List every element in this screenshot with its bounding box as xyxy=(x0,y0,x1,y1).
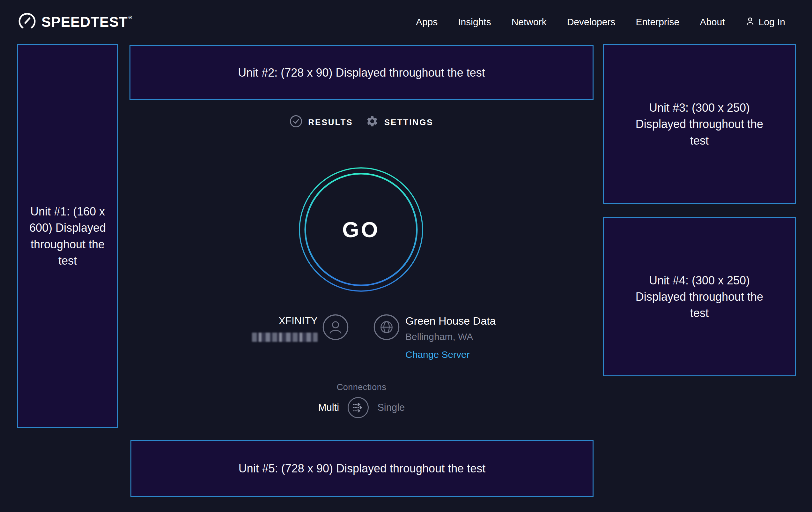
nav-developers[interactable]: Developers xyxy=(567,17,615,27)
nav-network[interactable]: Network xyxy=(512,17,547,27)
tab-results[interactable]: RESULTS xyxy=(290,115,353,130)
ad-unit-label: Unit #3: (300 x 250) Displayed throughou… xyxy=(626,100,773,149)
tab-settings-label: SETTINGS xyxy=(384,117,433,127)
ad-unit-label: Unit #4: (300 x 250) Displayed throughou… xyxy=(626,272,773,321)
nav-about[interactable]: About xyxy=(700,17,725,27)
go-button[interactable]: GO xyxy=(298,167,424,292)
nav-log-in-label: Log In xyxy=(759,17,785,27)
multi-connections-arrows-icon[interactable] xyxy=(347,397,369,419)
top-navigation-bar: SPEEDTEST® Apps Insights Network Develop… xyxy=(0,0,812,44)
ad-unit-label: Unit #2: (728 x 90) Displayed throughout… xyxy=(238,64,485,81)
check-circle-icon xyxy=(290,115,302,130)
connections-section: Connections Multi Single xyxy=(129,382,593,419)
gear-icon xyxy=(366,115,379,130)
user-icon xyxy=(745,16,755,28)
change-server-link[interactable]: Change Server xyxy=(405,349,470,360)
server-name: Green House Data xyxy=(405,315,496,327)
trademark-symbol: ® xyxy=(128,15,133,20)
server-globe-icon xyxy=(374,314,400,340)
nav-insights[interactable]: Insights xyxy=(458,17,491,27)
results-settings-tabs: RESULTS SETTINGS xyxy=(129,115,593,130)
isp-name: XFINITY xyxy=(252,315,318,327)
ad-unit-4-rectangle[interactable]: Unit #4: (300 x 250) Displayed throughou… xyxy=(603,217,796,376)
speedometer-icon xyxy=(18,12,36,32)
isp-info: XFINITY xyxy=(252,315,318,342)
speedtest-logo[interactable]: SPEEDTEST® xyxy=(18,12,133,32)
ad-unit-label: Unit #5: (728 x 90) Displayed throughout… xyxy=(238,460,486,477)
go-gradient-rings xyxy=(298,167,424,292)
ad-unit-2-top-banner[interactable]: Unit #2: (728 x 90) Displayed throughout… xyxy=(129,45,593,100)
server-location: Bellingham, WA xyxy=(405,331,496,342)
nav-enterprise[interactable]: Enterprise xyxy=(636,17,679,27)
connections-option-single[interactable]: Single xyxy=(377,402,405,413)
nav-log-in[interactable]: Log In xyxy=(745,16,785,28)
ad-unit-1-skyscraper[interactable]: Unit #1: (160 x 600) Displayed throughou… xyxy=(17,44,118,428)
tab-settings[interactable]: SETTINGS xyxy=(366,115,433,130)
ad-unit-3-rectangle[interactable]: Unit #3: (300 x 250) Displayed throughou… xyxy=(603,44,796,204)
server-info: Green House Data Bellingham, WA Change S… xyxy=(405,315,496,360)
nav-apps[interactable]: Apps xyxy=(416,17,438,27)
ad-unit-5-bottom-banner[interactable]: Unit #5: (728 x 90) Displayed throughout… xyxy=(130,440,593,497)
ad-unit-label: Unit #1: (160 x 600) Displayed throughou… xyxy=(24,203,112,268)
logo-wordmark: SPEEDTEST® xyxy=(41,14,133,30)
main-nav: Apps Insights Network Developers Enterpr… xyxy=(416,16,785,28)
connections-label: Connections xyxy=(337,382,386,392)
redacted-ip-address xyxy=(252,332,318,342)
connections-option-multi[interactable]: Multi xyxy=(318,402,339,413)
isp-user-icon xyxy=(322,314,349,340)
tab-results-label: RESULTS xyxy=(308,117,353,127)
connections-toggle: Multi Single xyxy=(318,397,405,419)
